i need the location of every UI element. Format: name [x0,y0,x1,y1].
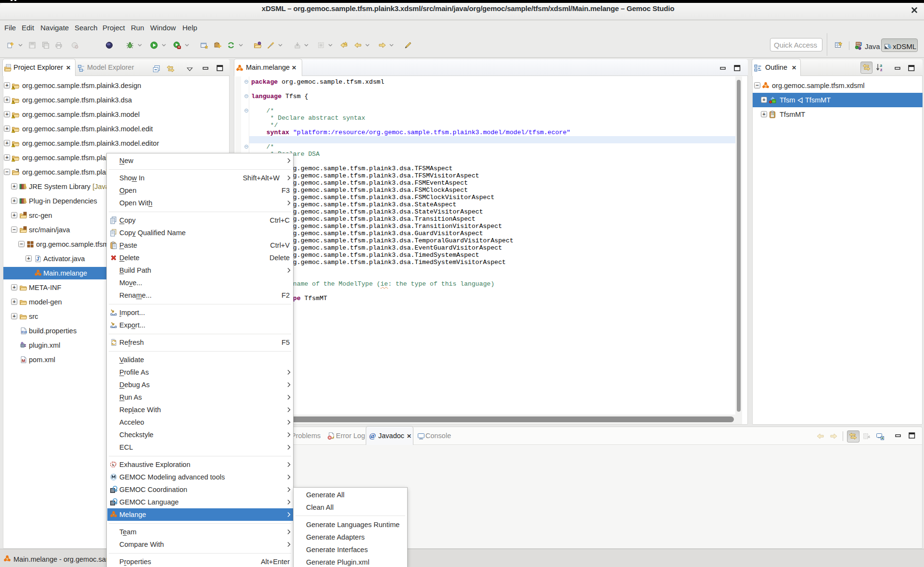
svg-text:J: J [860,42,862,47]
svg-text:z: z [880,67,883,72]
svg-text:010: 010 [21,330,27,334]
svg-text:s: s [112,462,114,467]
svg-text:M: M [22,358,26,363]
svg-text:J: J [37,256,39,262]
